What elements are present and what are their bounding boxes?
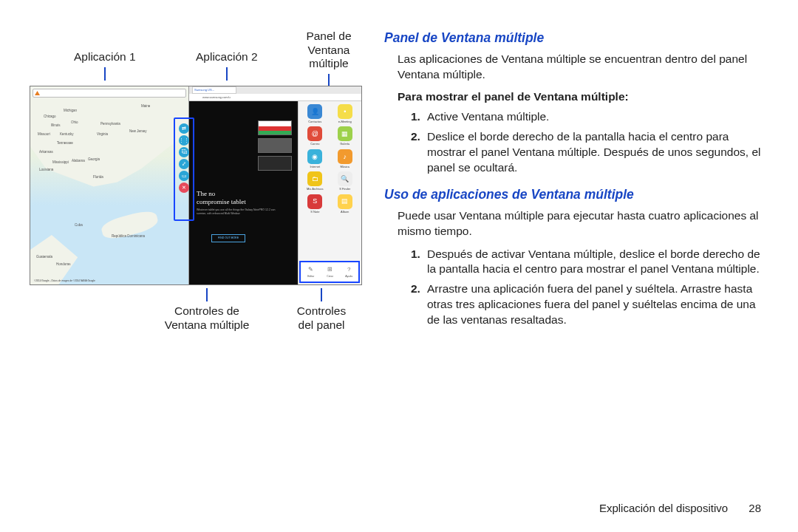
multiwindow-controls: ⇄ ⋮⋮ ⿻ ⤢ ▭ ✕ [178, 123, 190, 193]
panel-app: ♪Música [332, 149, 359, 168]
map-label: Kentucky [60, 132, 74, 137]
step-number: 2. [411, 282, 420, 297]
panel-app-label: Galería [332, 142, 359, 146]
panel-bottom-item: ?Ayuda [339, 266, 358, 279]
panel-app: •e-Meeting [332, 104, 359, 123]
mw-control-switch-icon: ⇄ [179, 123, 189, 134]
multiwindow-panel: 👤Contactos•e-Meeting@Correo▦Galería◉Inte… [298, 101, 361, 284]
map-search-bar [33, 89, 186, 98]
panel-bottom-label: Crear [321, 275, 340, 279]
panel-app: ▦Galería [332, 126, 359, 146]
step-item: 1.Después de activar Ventana múltiple, d… [411, 247, 768, 278]
tablet-screenshot: Michigan Chicago Illinois Ohio Pennsylva… [30, 86, 362, 285]
map-label: Virginia [97, 132, 108, 137]
label-panel: Panel de Ventana múltiple [299, 30, 358, 87]
panel-app-icon: 🗀 [307, 171, 322, 186]
map-label: Arkansas [39, 150, 53, 154]
map-label: Louisiana [39, 168, 53, 172]
step-number: 2. [411, 129, 420, 145]
steps-use-apps: 1.Después de activar Ventana múltiple, d… [411, 247, 768, 329]
map-label: Missouri [38, 132, 50, 137]
panel-app-icon: ♪ [338, 149, 352, 164]
label-app1-text: Aplicación 1 [74, 50, 136, 63]
panel-app-label: Álbum [332, 210, 359, 214]
label-panel-text: Panel de Ventana múltiple [306, 30, 351, 69]
mw-control-minimize-icon: ▭ [179, 171, 189, 181]
browser-content: The nocompromise tablet Whatever tablet … [189, 101, 296, 284]
panel-app-label: Música [332, 165, 359, 168]
map-label: Michigan [64, 109, 77, 113]
bottom-callout-labels: Controles de Ventana múltiple Controles … [30, 288, 362, 340]
panel-app-label: Internet [301, 165, 329, 168]
map-label: New Jersey [129, 129, 147, 134]
panel-bottom-icon: ⊞ [326, 266, 335, 275]
find-out-button: FIND OUT MORE [211, 234, 245, 242]
heading-use-apps: Uso de aplicaciones de Ventana múltiple [384, 186, 768, 204]
map-label: Chicago [44, 115, 56, 119]
panel-app: @Correo [301, 126, 329, 146]
subhead-show-panel: Para mostrar el panel de Ventana múltipl… [398, 89, 768, 105]
panel-app-icon: ▦ [338, 126, 352, 141]
map-label: República Dominicana [112, 234, 145, 239]
panel-app-icon: ▤ [338, 194, 352, 209]
map-label: Illinois [51, 123, 61, 128]
label-panel-controls: Controles del panel [292, 288, 351, 332]
browser-url: www.samsung.com/u [189, 94, 361, 101]
panel-bottom-icon: ✎ [307, 266, 316, 275]
step-item: 2.Arrastre una aplicación fuera del pane… [411, 282, 768, 328]
label-app2-text: Aplicación 2 [196, 50, 258, 63]
label-app1: Aplicación 1 [74, 50, 136, 81]
map-label: Honduras [56, 262, 71, 267]
hero-title-2: compromise tablet [197, 198, 246, 205]
panel-bottom-item: ✎Editar [301, 266, 321, 279]
panel-bottom-icon: ? [344, 266, 353, 275]
step-text: Active Ventana múltiple. [427, 110, 549, 123]
para-panel-intro: Las aplicaciones de Ventana múltiple se … [398, 52, 768, 83]
panel-app-icon: @ [307, 126, 322, 141]
label-mw-controls: Controles de Ventana múltiple [155, 288, 259, 332]
panel-app: 👤Contactos [301, 104, 329, 123]
panel-app-icon: • [338, 104, 352, 119]
hero-title-1: The no [197, 190, 215, 197]
panel-app-label: S Note [301, 210, 329, 214]
map-label: Cuba [75, 223, 83, 228]
panel-bottom-controls: ✎Editar⊞Crear?Ayuda [301, 262, 358, 282]
panel-app-icon: 🔍 [338, 171, 352, 186]
panel-app-icon: S [307, 194, 322, 209]
mw-control-drag-icon: ⋮⋮ [179, 135, 189, 146]
step-text: Deslice el borde derecho de la pantalla … [427, 130, 761, 174]
panel-bottom-label: Editar [301, 275, 321, 279]
map-copyright: ©2014 Google - Datos de images de ©2014 … [34, 279, 95, 282]
map-label: Florida [93, 175, 103, 180]
map-label: Mississippi [52, 160, 69, 165]
page-footer: Explicación del dispositivo 28 [599, 501, 761, 516]
step-item: 1.Active Ventana múltiple. [411, 109, 768, 125]
panel-bottom-label: Ayuda [339, 275, 358, 279]
mw-control-copy-icon: ⿻ [179, 147, 189, 157]
label-mw-controls-text: Controles de Ventana múltiple [165, 304, 250, 331]
steps-show-panel: 1.Active Ventana múltiple.2.Deslice el b… [411, 109, 768, 176]
step-number: 1. [411, 109, 420, 125]
panel-app-icon: 👤 [307, 104, 322, 119]
top-callout-labels: Aplicación 1 Aplicación 2 Panel de Venta… [30, 30, 362, 81]
map-label: Georgia [88, 157, 100, 162]
panel-app-icon: ◉ [307, 149, 322, 164]
panel-app: 🗀Mis Archivos [301, 171, 329, 191]
panel-app: 🔍S Finder [332, 171, 359, 191]
step-text: Arrastre una aplicación fuera del panel … [427, 282, 756, 326]
panel-app-label: Mis Archivos [301, 187, 329, 191]
step-text: Después de activar Ventana múltiple, des… [427, 248, 760, 276]
panel-app: SS Note [301, 194, 329, 214]
footer-section: Explicación del dispositivo [599, 502, 728, 514]
browser-tabs: Samsung US... [189, 86, 361, 94]
left-column: Aplicación 1 Aplicación 2 Panel de Venta… [30, 30, 362, 340]
panel-app-label: S Finder [332, 187, 359, 191]
step-number: 1. [411, 247, 420, 262]
panel-app-label: Correo [301, 142, 329, 146]
step-item: 2.Deslice el borde derecho de la pantall… [411, 129, 768, 176]
panel-bottom-item: ⊞Crear [321, 266, 340, 279]
label-panel-controls-text: Controles del panel [297, 304, 346, 331]
map-label: Tennessee [57, 141, 73, 146]
app2-browser: Samsung US... www.samsung.com/u The noco… [189, 86, 361, 284]
label-app2: Aplicación 2 [196, 50, 258, 81]
